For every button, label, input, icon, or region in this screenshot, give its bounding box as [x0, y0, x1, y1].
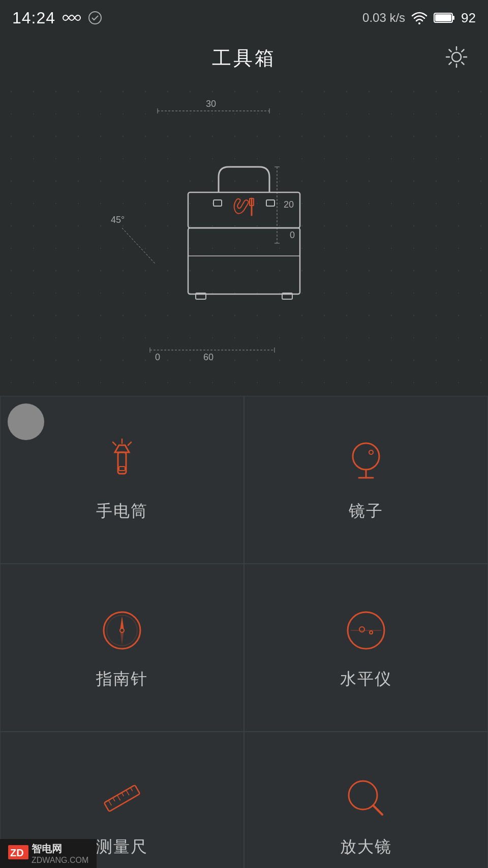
page-title: 工具箱 [212, 45, 276, 71]
svg-text:ZD: ZD [10, 847, 24, 858]
status-left: 14:24 [12, 9, 102, 27]
flashlight-label: 手电筒 [96, 500, 148, 523]
wifi-icon [411, 11, 428, 25]
svg-rect-35 [119, 467, 125, 471]
svg-text:0: 0 [155, 352, 160, 362]
svg-line-56 [131, 788, 133, 791]
mirror-icon [341, 437, 391, 488]
svg-text:45°: 45° [111, 215, 125, 225]
watermark-text-group: 智电网 ZDWANG.COM [32, 842, 88, 865]
svg-point-1 [418, 22, 420, 24]
svg-line-34 [128, 442, 131, 445]
app-header: 工具箱 [0, 36, 488, 80]
ruler-label: 测量尺 [96, 836, 148, 858]
watermark: ZD 智电网 ZDWANG.COM [0, 839, 97, 868]
level-label: 水平仪 [340, 668, 392, 690]
tool-cell-magnifier[interactable]: 放大镜 [244, 732, 488, 868]
compass-label: 指南针 [96, 668, 148, 690]
tool-cell-mirror[interactable]: 镜子 [244, 396, 488, 564]
tool-cell-level[interactable]: 水平仪 [244, 564, 488, 732]
svg-line-51 [108, 800, 111, 805]
ruler-icon [97, 773, 147, 824]
network-speed: 0.03 k/s [362, 11, 405, 25]
battery-percent: 92 [461, 10, 476, 26]
svg-line-53 [117, 795, 120, 800]
tools-grid: 手电筒 镜子 指南针 [0, 396, 488, 868]
svg-rect-4 [435, 14, 451, 21]
svg-text:30: 30 [206, 99, 216, 109]
svg-rect-27 [188, 228, 300, 294]
svg-line-54 [121, 793, 124, 796]
svg-point-48 [370, 631, 373, 634]
level-icon [341, 605, 391, 656]
infinity-icon [63, 12, 81, 24]
svg-text:60: 60 [203, 352, 214, 362]
svg-line-58 [373, 805, 382, 815]
watermark-site: 智电网 [32, 842, 88, 856]
tool-cell-flashlight[interactable]: 手电筒 [0, 396, 244, 564]
hero-section: 30 45° 20 0 60 0 [0, 80, 488, 396]
magnifier-icon [341, 773, 391, 824]
tool-cell-compass[interactable]: 指南针 [0, 564, 244, 732]
status-time: 14:24 [12, 9, 55, 27]
toolbox-illustration [158, 162, 330, 314]
status-right: 0.03 k/s 92 [362, 10, 476, 26]
watermark-brand: ZD [8, 845, 28, 862]
svg-rect-23 [214, 200, 222, 206]
svg-point-0 [89, 12, 101, 24]
flashlight-icon [97, 437, 147, 488]
svg-point-36 [353, 443, 379, 470]
svg-point-37 [369, 450, 373, 454]
magnifier-label: 放大镜 [340, 836, 392, 858]
watermark-url: ZDWANG.COM [32, 856, 88, 865]
svg-line-55 [126, 790, 129, 795]
svg-line-52 [113, 798, 115, 801]
svg-point-5 [452, 52, 461, 62]
svg-point-47 [359, 627, 364, 632]
check-circle-icon [88, 11, 102, 25]
svg-line-33 [113, 442, 116, 445]
status-bar: 14:24 0.03 k/s 92 [0, 0, 488, 36]
svg-rect-24 [266, 200, 274, 206]
svg-rect-50 [104, 785, 140, 812]
toggle-circle [8, 403, 44, 440]
compass-icon [97, 605, 147, 656]
mirror-label: 镜子 [349, 500, 383, 523]
settings-button[interactable] [443, 44, 470, 72]
svg-line-10 [122, 228, 155, 264]
svg-rect-3 [452, 16, 454, 20]
battery-icon [434, 12, 455, 24]
gear-icon [443, 44, 470, 70]
